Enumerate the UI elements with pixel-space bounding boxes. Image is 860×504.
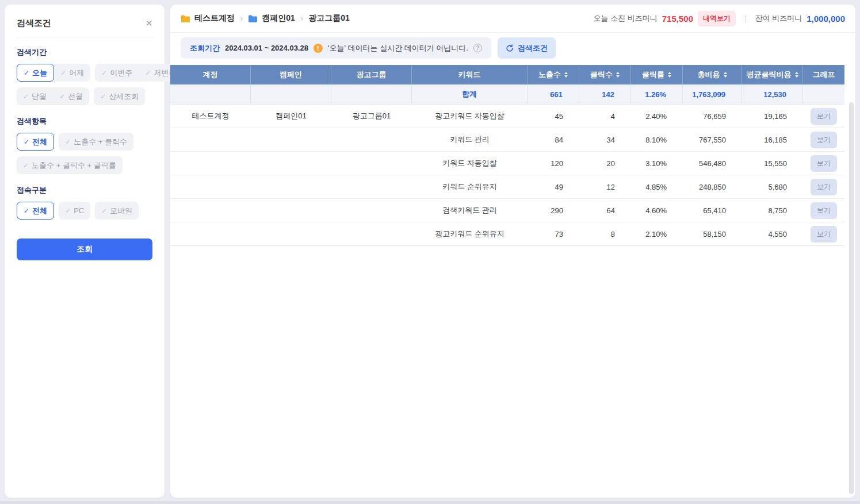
breadcrumb-adgroup[interactable]: 광고그룹01 bbox=[308, 13, 350, 24]
device-button-all[interactable]: ✓ 전체 bbox=[17, 202, 54, 220]
cell-ctr: 3.10% bbox=[631, 152, 683, 175]
check-icon: ✓ bbox=[65, 207, 71, 215]
pill-group-detail: ✓ 상세조회 bbox=[94, 87, 145, 105]
section-device: 접속구분 ✓ 전체 ✓ PC ✓ 모바일 bbox=[17, 185, 152, 220]
breadcrumb-account[interactable]: 테스트계정 bbox=[181, 13, 235, 24]
period-button-this-week[interactable]: ✓ 이번주 bbox=[95, 64, 139, 82]
view-button[interactable]: 보기 bbox=[811, 202, 837, 219]
cell-avg-cpc: 8,750 bbox=[742, 199, 803, 222]
view-button[interactable]: 보기 bbox=[811, 132, 837, 148]
cell-avg-cpc: 19,165 bbox=[742, 105, 803, 128]
metric-button-all[interactable]: ✓ 전체 bbox=[17, 133, 54, 151]
folder-icon-blue bbox=[248, 14, 258, 23]
cell-clicks: 12 bbox=[579, 175, 631, 198]
warning-icon: ! bbox=[314, 44, 323, 53]
sort-icon[interactable] bbox=[564, 72, 568, 78]
device-button-pc[interactable]: ✓ PC bbox=[59, 202, 90, 220]
spent-value: 715,500 bbox=[662, 14, 693, 24]
chevron-right-icon: › bbox=[300, 13, 303, 24]
check-icon: ✓ bbox=[145, 69, 151, 77]
cell-cost: 248,850 bbox=[683, 175, 742, 198]
remain-value: 1,000,000 bbox=[807, 14, 845, 24]
folder-icon-yellow bbox=[181, 14, 190, 23]
cell-account: 테스트계정 bbox=[170, 105, 251, 128]
summary-impressions: 661 bbox=[528, 84, 579, 104]
main-header: 테스트계정 › 캠페인01 › 광고그룹01 오늘 소진 비즈머니 715,50… bbox=[170, 5, 855, 33]
col-header-keyword: 키워드 bbox=[412, 65, 528, 84]
period-button-last-month[interactable]: ✓ 전월 bbox=[53, 87, 89, 105]
cell-avg-cpc: 16,185 bbox=[742, 128, 803, 151]
check-icon: ✓ bbox=[101, 69, 107, 77]
cell-campaign bbox=[251, 128, 331, 151]
search-conditions-button[interactable]: 검색조건 bbox=[498, 37, 556, 59]
col-header-adgroup: 광고그룹 bbox=[331, 65, 412, 84]
cell-clicks: 20 bbox=[579, 152, 631, 175]
summary-avg-cpc: 12,530 bbox=[742, 84, 803, 104]
period-button-this-month[interactable]: ✓ 당월 bbox=[17, 87, 53, 105]
sort-icon[interactable] bbox=[668, 72, 671, 78]
cell-keyword: 광고키워드 순위유지 bbox=[412, 222, 528, 245]
table-row: 키워드 관리 84 34 8.10% 767,550 16,185 보기 bbox=[170, 128, 844, 152]
device-button-mobile[interactable]: ✓ 모바일 bbox=[95, 202, 139, 220]
horizontal-scrollbar[interactable] bbox=[0, 501, 860, 504]
cell-adgroup bbox=[331, 175, 412, 198]
table-row: 키워드 순위유지 49 12 4.85% 248,850 5,680 보기 bbox=[170, 175, 844, 199]
cell-ctr: 2.40% bbox=[631, 105, 683, 128]
sort-icon[interactable] bbox=[616, 72, 620, 78]
cell-impressions: 45 bbox=[528, 105, 579, 128]
metric-button-imp-click-ctr[interactable]: ✓ 노출수 + 클릭수 + 클릭률 bbox=[17, 156, 123, 174]
close-icon[interactable]: × bbox=[146, 17, 152, 29]
help-icon[interactable]: ? bbox=[473, 44, 482, 52]
view-button[interactable]: 보기 bbox=[811, 179, 837, 195]
cell-campaign: 캠페인01 bbox=[251, 105, 331, 128]
view-button[interactable]: 보기 bbox=[811, 155, 837, 172]
vertical-scrollbar[interactable] bbox=[849, 102, 854, 494]
check-icon: ✓ bbox=[23, 161, 29, 170]
metric-button-imp-click[interactable]: ✓ 노출수 + 클릭수 bbox=[59, 133, 133, 151]
summary-graph-cell bbox=[803, 84, 844, 104]
pill-group-pc: ✓ PC bbox=[59, 202, 90, 220]
summary-row: 합계 661 142 1.26% 1,763,099 12,530 bbox=[170, 84, 844, 105]
report-table: 계정 캠페인 광고그룹 키워드 노출수 클릭수 클릭률 총비용 평균클릭비용 그… bbox=[170, 65, 844, 246]
col-header-campaign: 캠페인 bbox=[251, 65, 331, 84]
col-header-cost[interactable]: 총비용 bbox=[683, 65, 742, 84]
cell-campaign bbox=[251, 199, 331, 222]
query-period-pill: 조회기간 2024.03.01 ~ 2024.03.28 ! '오늘' 데이터는… bbox=[181, 37, 491, 59]
section-search-period: 검색기간 ✓ 오늘 ✓ 어제 ✓ 이번주 ✓ 저번주 bbox=[17, 47, 152, 105]
view-button[interactable]: 보기 bbox=[811, 108, 837, 125]
period-button-today[interactable]: ✓ 오늘 bbox=[17, 64, 54, 82]
chevron-right-icon: › bbox=[240, 13, 243, 24]
check-icon: ✓ bbox=[100, 93, 106, 101]
summary-cost: 1,763,099 bbox=[683, 84, 742, 104]
section-label-device: 접속구분 bbox=[17, 185, 152, 195]
check-icon: ✓ bbox=[65, 138, 71, 146]
table-row: 광고키워드 순위유지 73 8 2.10% 58,150 4,550 보기 bbox=[170, 222, 844, 246]
sort-icon[interactable] bbox=[724, 72, 727, 78]
divider bbox=[17, 37, 152, 37]
bizmoney-status: 오늘 소진 비즈머니 715,500 내역보기 | 잔여 비즈머니 1,000,… bbox=[594, 11, 845, 26]
col-header-impressions[interactable]: 노출수 bbox=[528, 65, 579, 84]
cell-avg-cpc: 5,680 bbox=[742, 175, 803, 198]
cell-cost: 546,480 bbox=[683, 152, 742, 175]
search-submit-button[interactable]: 조회 bbox=[17, 238, 152, 260]
divider: | bbox=[744, 14, 747, 23]
cell-keyword: 광고키워드 자동입찰 bbox=[412, 105, 528, 128]
breadcrumb-campaign[interactable]: 캠페인01 bbox=[248, 13, 295, 24]
period-button-yesterday[interactable]: ✓ 어제 bbox=[54, 64, 90, 82]
cell-adgroup bbox=[331, 152, 412, 175]
cell-campaign bbox=[251, 152, 331, 175]
col-header-avg-cpc[interactable]: 평균클릭비용 bbox=[742, 65, 803, 84]
history-badge[interactable]: 내역보기 bbox=[698, 11, 736, 26]
breadcrumb: 테스트계정 › 캠페인01 › 광고그룹01 bbox=[181, 13, 350, 24]
summary-clicks: 142 bbox=[579, 84, 631, 104]
period-button-detail[interactable]: ✓ 상세조회 bbox=[94, 87, 145, 105]
cell-keyword: 키워드 관리 bbox=[412, 128, 528, 151]
view-button[interactable]: 보기 bbox=[811, 226, 837, 243]
col-header-clicks[interactable]: 클릭수 bbox=[579, 65, 631, 84]
col-header-ctr[interactable]: 클릭률 bbox=[631, 65, 683, 84]
section-search-metric: 검색항목 ✓ 전체 ✓ 노출수 + 클릭수 ✓ 노출수 + 클릭수 + 클릭률 bbox=[17, 116, 152, 174]
check-icon: ✓ bbox=[101, 207, 107, 215]
summary-account-cell bbox=[170, 84, 251, 104]
sort-icon[interactable] bbox=[795, 72, 798, 78]
search-conditions-panel: 검색조건 × 검색기간 ✓ 오늘 ✓ 어제 ✓ 이번주 bbox=[5, 5, 165, 498]
